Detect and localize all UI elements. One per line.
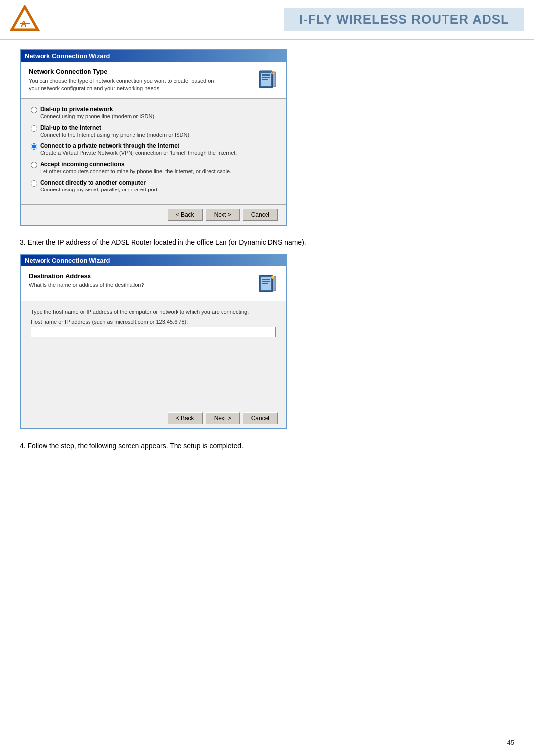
radio-incoming[interactable] [31,162,37,168]
wizard1-header-title: Network Connection Type [29,68,217,75]
label-incoming[interactable]: Accept incoming connections [40,161,231,168]
wizard2-header-title: Destination Address [29,272,144,280]
svg-rect-6 [262,77,270,78]
dest-instruction1: Type the host name or IP address of the … [31,308,276,316]
wizard1-back-button[interactable]: < Back [168,209,203,221]
page-header: A I-FLY WIRELESS ROUTER ADSL [0,0,534,40]
radio-direct[interactable] [31,180,37,187]
radio-dialup-private[interactable] [31,107,37,113]
label-vpn[interactable]: Connect to a private network through the… [40,142,237,149]
desc-dialup-internet: Connect to the Internet using my phone l… [40,132,191,138]
radio-item-vpn: Connect to a private network through the… [31,142,276,156]
svg-rect-13 [262,279,270,280]
radio-vpn[interactable] [31,143,37,150]
wizard1-cancel-button[interactable]: Cancel [243,209,278,221]
label-direct[interactable]: Connect directly to another computer [40,179,159,186]
wizard1-header-desc: You can choose the type of network conne… [29,77,217,93]
wizard2-dialog: Network Connection Wizard Destination Ad… [20,254,287,429]
wizard2-body: Type the host name or IP address of the … [21,301,286,408]
desc-incoming: Let other computers connect to mine by p… [40,168,231,174]
svg-rect-7 [262,79,268,80]
svg-point-17 [271,276,274,279]
label-dialup-private[interactable]: Dial-up to private network [40,106,156,113]
step4-instruction: 4. Follow the step, the following screen… [20,441,514,451]
wizard2-header: Destination Address What is the name or … [21,266,286,301]
company-logo: A [10,5,40,34]
radio-item-dialup-internet: Dial-up to the Internet Connect to the I… [31,124,276,138]
page-number: 45 [507,739,514,746]
svg-rect-15 [262,283,268,284]
svg-rect-5 [262,74,270,76]
wizard2-header-text: Destination Address What is the name or … [29,272,144,289]
wizard1-titlebar: Network Connection Wizard [21,50,286,62]
wizard2-icon [257,272,278,295]
radio-item-dialup-private: Dial-up to private network Connect using… [31,106,276,119]
step3-instruction: 3. Enter the IP address of the ADSL Rout… [20,237,514,248]
page-title: I-FLY WIRELESS ROUTER ADSL [284,8,524,31]
desc-direct: Connect using my serial, parallel, or in… [40,187,159,192]
wizard1-footer: < Back Next > Cancel [21,204,286,225]
wizard1-header: Network Connection Type You can choose t… [21,62,286,99]
radio-item-incoming: Accept incoming connections Let other co… [31,161,276,174]
logo-icon: A [10,5,40,32]
svg-rect-14 [262,281,270,282]
dest-address-input[interactable] [31,327,276,337]
wizard1-next-button[interactable]: Next > [206,209,240,221]
radio-item-direct: Connect directly to another computer Con… [31,179,276,192]
main-content: Network Connection Wizard Network Connec… [0,40,534,461]
desc-dialup-private: Connect using my phone line (modem or IS… [40,113,156,119]
wizard1-body: Dial-up to private network Connect using… [21,99,286,204]
wizard1-icon: ⚑ [257,68,278,91]
dest-label: Host name or IP address (such as microso… [31,319,276,325]
svg-text:⚑: ⚑ [271,72,274,75]
label-dialup-internet[interactable]: Dial-up to the Internet [40,124,191,131]
wizard2-header-desc: What is the name or address of the desti… [29,282,144,289]
wizard2-back-button[interactable]: < Back [168,412,203,424]
desc-vpn: Create a Virtual Private Network (VPN) c… [40,150,237,156]
wizard2-cancel-button[interactable]: Cancel [243,412,278,424]
wizard1-header-text: Network Connection Type You can choose t… [29,68,217,93]
wizard2-footer: < Back Next > Cancel [21,408,286,428]
connection-type-group: Dial-up to private network Connect using… [31,106,276,192]
wizard2-next-button[interactable]: Next > [206,412,240,424]
wizard2-titlebar: Network Connection Wizard [21,255,286,266]
radio-dialup-internet[interactable] [31,125,37,132]
wizard1-dialog: Network Connection Wizard Network Connec… [20,49,287,226]
